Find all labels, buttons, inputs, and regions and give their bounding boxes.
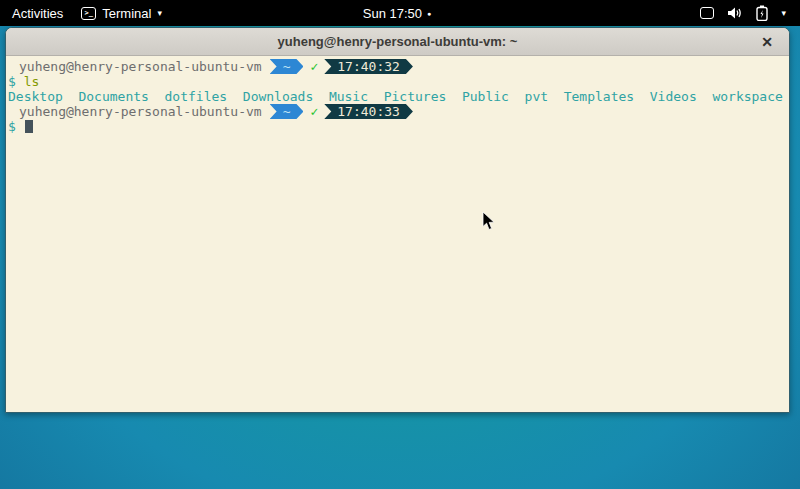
chevron-down-icon: ▾ <box>157 9 162 18</box>
window-titlebar[interactable]: yuheng@henry-personal-ubuntu-vm: ~ ✕ <box>6 28 789 56</box>
terminal-icon: >_ <box>81 7 96 20</box>
prompt-user-host: yuheng@henry-personal-ubuntu-vm <box>19 104 262 119</box>
prompt-symbol: $ <box>8 119 16 134</box>
terminal-window: yuheng@henry-personal-ubuntu-vm: ~ ✕ yuh… <box>5 27 790 413</box>
prompt-user-host: yuheng@henry-personal-ubuntu-vm <box>19 59 262 74</box>
command-text: ls <box>16 74 39 89</box>
prompt-cwd-segment: ~ <box>270 104 304 119</box>
prompt-line-2: yuheng@henry-personal-ubuntu-vm ~ ✓ 17:4… <box>8 104 787 119</box>
activities-button[interactable]: Activities <box>8 4 67 23</box>
system-tray[interactable]: ▾ <box>431 5 800 21</box>
app-menu-label: Terminal <box>102 6 151 21</box>
prompt-time-segment: 17:40:33 <box>324 104 413 119</box>
input-line[interactable]: $ <box>8 119 787 134</box>
app-menu-terminal[interactable]: >_ Terminal ▾ <box>81 6 162 21</box>
window-title: yuheng@henry-personal-ubuntu-vm: ~ <box>278 34 518 49</box>
chevron-down-icon: ▾ <box>781 9 786 18</box>
terminal-cursor <box>25 120 33 133</box>
ls-output-line: Desktop Documents dotfiles Downloads Mus… <box>8 89 787 104</box>
close-icon[interactable]: ✕ <box>761 35 773 49</box>
clock-button[interactable]: Sun 17:50 ● <box>363 6 432 21</box>
volume-icon <box>727 6 743 20</box>
prompt-status-check-icon: ✓ <box>310 104 318 119</box>
prompt-time-segment: 17:40:32 <box>324 59 413 74</box>
clock-label: Sun 17:50 <box>363 6 422 21</box>
prompt-line-1: yuheng@henry-personal-ubuntu-vm ~ ✓ 17:4… <box>8 59 787 74</box>
prompt-symbol: $ <box>8 74 16 89</box>
terminal-content[interactable]: yuheng@henry-personal-ubuntu-vm ~ ✓ 17:4… <box>6 56 789 412</box>
battery-charging-icon <box>756 5 768 21</box>
prompt-status-check-icon: ✓ <box>310 59 318 74</box>
directory-list: Desktop Documents dotfiles Downloads Mus… <box>8 89 783 104</box>
command-line: $ ls <box>8 74 787 89</box>
prompt-cwd-segment: ~ <box>270 59 304 74</box>
screen-icon <box>700 7 714 19</box>
top-bar: Activities >_ Terminal ▾ Sun 17:50 ● ▾ <box>0 0 800 26</box>
